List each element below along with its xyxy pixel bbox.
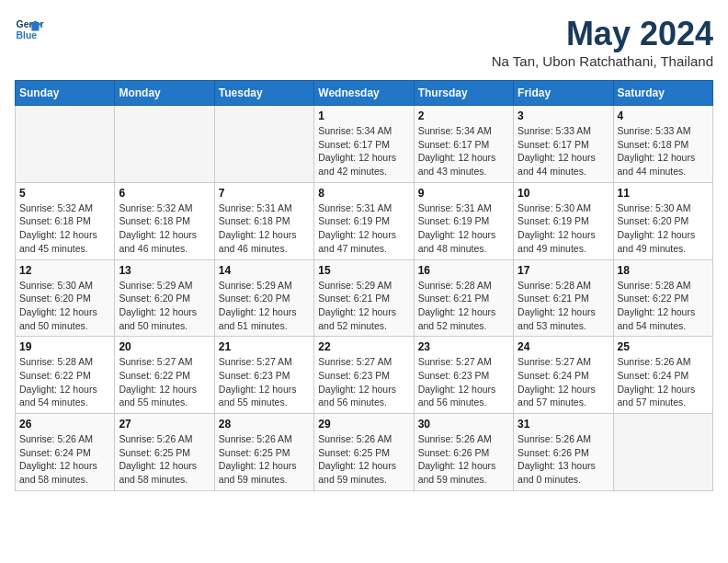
- header-cell-friday: Friday: [514, 81, 613, 106]
- day-info: Sunrise: 5:28 AM Sunset: 6:22 PM Dayligh…: [618, 279, 709, 333]
- day-number: 16: [418, 264, 509, 277]
- day-info: Sunrise: 5:28 AM Sunset: 6:21 PM Dayligh…: [418, 279, 509, 333]
- calendar-cell: 29Sunrise: 5:26 AM Sunset: 6:25 PM Dayli…: [314, 414, 414, 491]
- day-info: Sunrise: 5:32 AM Sunset: 6:18 PM Dayligh…: [19, 201, 110, 256]
- day-number: 6: [119, 187, 210, 200]
- day-number: 24: [518, 340, 609, 353]
- day-info: Sunrise: 5:27 AM Sunset: 6:23 PM Dayligh…: [219, 355, 310, 409]
- svg-text:Blue: Blue: [17, 30, 38, 40]
- day-info: Sunrise: 5:34 AM Sunset: 6:17 PM Dayligh…: [318, 124, 409, 178]
- calendar-cell: 9Sunrise: 5:31 AM Sunset: 6:19 PM Daylig…: [414, 182, 513, 259]
- day-number: 11: [618, 187, 709, 200]
- day-info: Sunrise: 5:27 AM Sunset: 6:23 PM Dayligh…: [418, 355, 509, 409]
- calendar-cell: 4Sunrise: 5:33 AM Sunset: 6:18 PM Daylig…: [613, 106, 712, 183]
- day-info: Sunrise: 5:27 AM Sunset: 6:24 PM Dayligh…: [518, 355, 609, 409]
- day-number: 4: [618, 109, 709, 122]
- calendar-cell: 11Sunrise: 5:30 AM Sunset: 6:20 PM Dayli…: [613, 182, 712, 259]
- calendar-cell: 24Sunrise: 5:27 AM Sunset: 6:24 PM Dayli…: [514, 337, 613, 414]
- calendar-cell: 18Sunrise: 5:28 AM Sunset: 6:22 PM Dayli…: [613, 259, 712, 337]
- day-number: 1: [318, 109, 409, 122]
- day-info: Sunrise: 5:26 AM Sunset: 6:24 PM Dayligh…: [618, 355, 709, 409]
- calendar-cell: 23Sunrise: 5:27 AM Sunset: 6:23 PM Dayli…: [414, 337, 513, 414]
- calendar-cell: 17Sunrise: 5:28 AM Sunset: 6:21 PM Dayli…: [514, 259, 613, 337]
- day-number: 2: [418, 109, 509, 122]
- calendar-table: SundayMondayTuesdayWednesdayThursdayFrid…: [15, 80, 713, 491]
- header-cell-saturday: Saturday: [613, 81, 712, 106]
- day-info: Sunrise: 5:29 AM Sunset: 6:20 PM Dayligh…: [219, 279, 310, 333]
- day-number: 21: [219, 340, 310, 353]
- calendar-cell: 3Sunrise: 5:33 AM Sunset: 6:17 PM Daylig…: [514, 106, 613, 183]
- week-row-3: 12Sunrise: 5:30 AM Sunset: 6:20 PM Dayli…: [16, 259, 713, 337]
- page-header: General Blue May 2024 Na Tan, Ubon Ratch…: [15, 15, 713, 69]
- calendar-cell: [214, 106, 313, 183]
- day-info: Sunrise: 5:33 AM Sunset: 6:18 PM Dayligh…: [618, 124, 709, 178]
- calendar-cell: 26Sunrise: 5:26 AM Sunset: 6:24 PM Dayli…: [16, 414, 115, 491]
- day-info: Sunrise: 5:27 AM Sunset: 6:22 PM Dayligh…: [119, 355, 210, 409]
- page-subtitle: Na Tan, Ubon Ratchathani, Thailand: [492, 53, 713, 69]
- header-cell-thursday: Thursday: [414, 81, 513, 106]
- day-number: 18: [618, 264, 709, 277]
- day-info: Sunrise: 5:29 AM Sunset: 6:21 PM Dayligh…: [318, 279, 409, 333]
- calendar-cell: 14Sunrise: 5:29 AM Sunset: 6:20 PM Dayli…: [214, 259, 313, 337]
- day-info: Sunrise: 5:27 AM Sunset: 6:23 PM Dayligh…: [318, 355, 409, 409]
- day-number: 20: [119, 340, 210, 353]
- day-info: Sunrise: 5:30 AM Sunset: 6:20 PM Dayligh…: [618, 201, 709, 256]
- day-number: 17: [518, 264, 609, 277]
- week-row-5: 26Sunrise: 5:26 AM Sunset: 6:24 PM Dayli…: [16, 414, 713, 491]
- day-info: Sunrise: 5:26 AM Sunset: 6:26 PM Dayligh…: [418, 432, 509, 487]
- day-number: 3: [518, 109, 609, 122]
- logo: General Blue: [15, 15, 44, 44]
- day-info: Sunrise: 5:28 AM Sunset: 6:22 PM Dayligh…: [19, 355, 110, 409]
- day-info: Sunrise: 5:26 AM Sunset: 6:25 PM Dayligh…: [119, 432, 210, 487]
- calendar-cell: 20Sunrise: 5:27 AM Sunset: 6:22 PM Dayli…: [115, 337, 214, 414]
- day-number: 31: [518, 418, 609, 431]
- calendar-cell: 8Sunrise: 5:31 AM Sunset: 6:19 PM Daylig…: [314, 182, 414, 259]
- day-info: Sunrise: 5:26 AM Sunset: 6:24 PM Dayligh…: [19, 432, 110, 487]
- day-number: 7: [219, 187, 310, 200]
- calendar-cell: 31Sunrise: 5:26 AM Sunset: 6:26 PM Dayli…: [514, 414, 613, 491]
- calendar-cell: 12Sunrise: 5:30 AM Sunset: 6:20 PM Dayli…: [16, 259, 115, 337]
- day-number: 28: [219, 418, 310, 431]
- calendar-cell: 5Sunrise: 5:32 AM Sunset: 6:18 PM Daylig…: [16, 182, 115, 259]
- calendar-cell: 10Sunrise: 5:30 AM Sunset: 6:19 PM Dayli…: [514, 182, 613, 259]
- header-cell-wednesday: Wednesday: [314, 81, 414, 106]
- calendar-cell: [16, 106, 115, 183]
- day-number: 26: [19, 418, 110, 431]
- header-cell-tuesday: Tuesday: [214, 81, 313, 106]
- day-info: Sunrise: 5:31 AM Sunset: 6:19 PM Dayligh…: [318, 201, 409, 256]
- day-info: Sunrise: 5:33 AM Sunset: 6:17 PM Dayligh…: [518, 124, 609, 178]
- day-number: 27: [119, 418, 210, 431]
- day-info: Sunrise: 5:26 AM Sunset: 6:25 PM Dayligh…: [318, 432, 409, 487]
- day-number: 8: [318, 187, 409, 200]
- calendar-cell: 2Sunrise: 5:34 AM Sunset: 6:17 PM Daylig…: [414, 106, 513, 183]
- day-info: Sunrise: 5:26 AM Sunset: 6:25 PM Dayligh…: [219, 432, 310, 487]
- header-cell-sunday: Sunday: [16, 81, 115, 106]
- calendar-cell: 6Sunrise: 5:32 AM Sunset: 6:18 PM Daylig…: [115, 182, 214, 259]
- calendar-cell: 13Sunrise: 5:29 AM Sunset: 6:20 PM Dayli…: [115, 259, 214, 337]
- calendar-cell: [613, 414, 712, 491]
- week-row-4: 19Sunrise: 5:28 AM Sunset: 6:22 PM Dayli…: [16, 337, 713, 414]
- calendar-cell: 1Sunrise: 5:34 AM Sunset: 6:17 PM Daylig…: [314, 106, 414, 183]
- day-info: Sunrise: 5:29 AM Sunset: 6:20 PM Dayligh…: [119, 279, 210, 333]
- calendar-cell: 15Sunrise: 5:29 AM Sunset: 6:21 PM Dayli…: [314, 259, 414, 337]
- calendar-body: 1Sunrise: 5:34 AM Sunset: 6:17 PM Daylig…: [16, 106, 713, 491]
- calendar-cell: 16Sunrise: 5:28 AM Sunset: 6:21 PM Dayli…: [414, 259, 513, 337]
- logo-icon: General Blue: [15, 15, 44, 44]
- day-number: 10: [518, 187, 609, 200]
- day-number: 15: [318, 264, 409, 277]
- day-info: Sunrise: 5:30 AM Sunset: 6:19 PM Dayligh…: [518, 201, 609, 256]
- day-number: 29: [318, 418, 409, 431]
- day-info: Sunrise: 5:26 AM Sunset: 6:26 PM Dayligh…: [518, 432, 609, 487]
- day-number: 9: [418, 187, 509, 200]
- day-number: 30: [418, 418, 509, 431]
- day-info: Sunrise: 5:30 AM Sunset: 6:20 PM Dayligh…: [19, 279, 110, 333]
- calendar-cell: 22Sunrise: 5:27 AM Sunset: 6:23 PM Dayli…: [314, 337, 414, 414]
- day-number: 12: [19, 264, 110, 277]
- week-row-2: 5Sunrise: 5:32 AM Sunset: 6:18 PM Daylig…: [16, 182, 713, 259]
- day-number: 13: [119, 264, 210, 277]
- header-row: SundayMondayTuesdayWednesdayThursdayFrid…: [16, 81, 713, 106]
- title-block: May 2024 Na Tan, Ubon Ratchathani, Thail…: [492, 15, 713, 69]
- day-info: Sunrise: 5:34 AM Sunset: 6:17 PM Dayligh…: [418, 124, 509, 178]
- week-row-1: 1Sunrise: 5:34 AM Sunset: 6:17 PM Daylig…: [16, 106, 713, 183]
- calendar-cell: 19Sunrise: 5:28 AM Sunset: 6:22 PM Dayli…: [16, 337, 115, 414]
